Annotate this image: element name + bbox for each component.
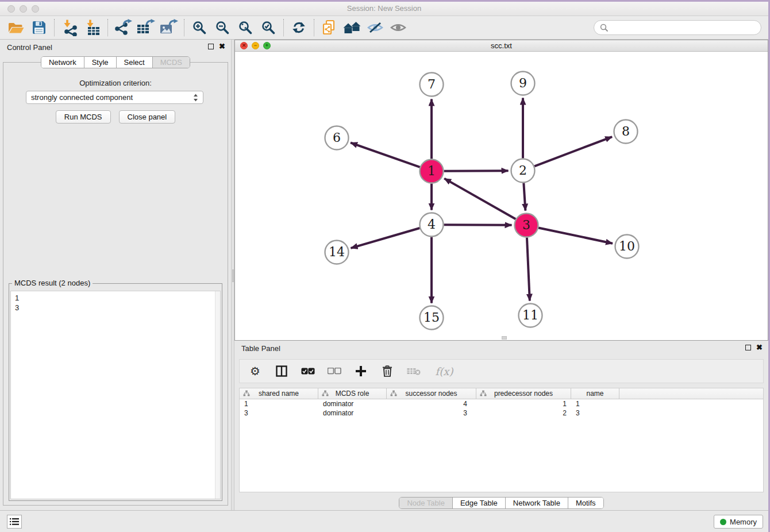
- tab-network[interactable]: Network: [41, 57, 84, 68]
- column-header-predecessor-nodes[interactable]: predecessor nodes: [476, 388, 571, 399]
- table-tab-motifs[interactable]: Motifs: [568, 498, 603, 508]
- function-builder-button[interactable]: f(x): [433, 363, 456, 380]
- import-network-button[interactable]: [58, 18, 81, 37]
- tab-mcds[interactable]: MCDS: [152, 57, 190, 68]
- save-floppy-icon: [32, 20, 47, 35]
- unchecked-boxes-icon: [328, 368, 341, 375]
- create-column-button[interactable]: [353, 363, 368, 380]
- result-scrollbar[interactable]: [215, 291, 220, 499]
- first-neighbors-button[interactable]: [341, 18, 364, 37]
- graph-edge-1-2[interactable]: [444, 171, 508, 171]
- table-row[interactable]: 3dominator323: [240, 408, 763, 418]
- delete-column-button[interactable]: [380, 363, 395, 380]
- table-cell[interactable]: dominator: [318, 408, 387, 418]
- open-session-button[interactable]: [5, 18, 28, 37]
- table-settings-button[interactable]: ⚙: [248, 363, 263, 380]
- table-cell[interactable]: 2: [476, 408, 571, 418]
- zoom-out-icon: [215, 20, 230, 35]
- clone-network-icon: [321, 20, 337, 36]
- network-canvas[interactable]: 7968124314101511: [235, 52, 768, 340]
- optimization-criterion-value: strongly connected component: [31, 93, 193, 102]
- zoom-in-button[interactable]: [188, 18, 211, 37]
- show-all-button[interactable]: [387, 18, 410, 37]
- table-cell[interactable]: 1: [571, 399, 619, 408]
- export-image-icon: [159, 19, 179, 36]
- table-tab-network-table[interactable]: Network Table: [505, 498, 568, 508]
- graph-edge-4-14[interactable]: [351, 228, 419, 248]
- canvas-scroll-nub[interactable]: [502, 336, 507, 340]
- refresh-icon: [291, 21, 306, 34]
- toolbar-separator: [314, 19, 314, 36]
- column-header-shared-name[interactable]: shared name: [240, 388, 318, 399]
- toolbar-separator: [107, 19, 108, 36]
- show-columns-button[interactable]: [274, 363, 289, 380]
- mcds-result-area[interactable]: 1 3: [10, 291, 221, 499]
- hide-selected-button[interactable]: [364, 18, 387, 37]
- table-cell[interactable]: 3: [240, 408, 318, 418]
- trash-icon: [382, 365, 392, 377]
- column-header-successor-nodes[interactable]: successor nodes: [387, 388, 476, 399]
- close-panel-icon[interactable]: ✖: [219, 44, 225, 49]
- table-cell[interactable]: 3: [387, 408, 476, 418]
- table-cell[interactable]: 3: [571, 408, 619, 418]
- close-table-panel-icon[interactable]: ✖: [756, 345, 763, 350]
- splitter-grip[interactable]: [232, 269, 234, 282]
- graph-edge-2-3[interactable]: [523, 183, 525, 210]
- optimization-criterion-label: Optimization criterion:: [3, 79, 228, 87]
- tab-select[interactable]: Select: [116, 57, 152, 68]
- export-image-button[interactable]: [157, 18, 180, 37]
- table-cell[interactable]: 1: [240, 399, 318, 408]
- graph-edge-2-8[interactable]: [534, 137, 612, 166]
- mcds-result-title: MCDS result (2 nodes): [12, 279, 93, 287]
- graph-node-label-9: 9: [519, 76, 527, 90]
- list-icon: [10, 518, 19, 526]
- float-table-panel-icon[interactable]: [745, 345, 751, 350]
- graph-node-label-10: 10: [619, 239, 635, 253]
- table-row[interactable]: 1dominator411: [240, 399, 763, 408]
- column-header-name[interactable]: name: [571, 388, 619, 399]
- graph-edge-3-10[interactable]: [538, 228, 613, 243]
- search-input[interactable]: [612, 24, 755, 32]
- export-table-button[interactable]: [134, 18, 157, 37]
- table-cell[interactable]: dominator: [318, 399, 387, 408]
- column-header-mcds-role[interactable]: MCDS role: [318, 388, 387, 399]
- table-toolbar: ⚙ f(x): [239, 359, 764, 383]
- import-table-button[interactable]: [81, 18, 104, 37]
- network-from-selection-button[interactable]: [318, 18, 341, 37]
- save-session-button[interactable]: [28, 18, 51, 37]
- graph-edge-1-6[interactable]: [351, 142, 420, 167]
- graph-edge-3-11[interactable]: [527, 237, 530, 300]
- table-cell[interactable]: 4: [387, 399, 476, 408]
- hierarchy-icon: [390, 390, 397, 397]
- close-panel-button[interactable]: Close panel: [119, 110, 176, 124]
- graph-edge-3-1[interactable]: [444, 179, 515, 219]
- memory-button[interactable]: Memory: [714, 515, 763, 529]
- table-tab-edge-table[interactable]: Edge Table: [452, 498, 505, 508]
- graph-node-label-15: 15: [424, 310, 440, 325]
- search-box[interactable]: [594, 20, 761, 35]
- select-stepper-icon: [193, 94, 198, 102]
- tab-style[interactable]: Style: [84, 57, 116, 68]
- graph-edge-4-3[interactable]: [444, 225, 511, 225]
- run-mcds-button[interactable]: Run MCDS: [56, 110, 111, 124]
- zoom-selected-button[interactable]: [257, 18, 280, 37]
- table-tabs: Node TableEdge TableNetwork TableMotifs: [399, 497, 603, 509]
- export-network-button[interactable]: [111, 18, 134, 37]
- task-history-button[interactable]: [7, 515, 22, 529]
- optimization-criterion-select[interactable]: strongly connected component: [26, 91, 203, 104]
- table-cell[interactable]: 1: [476, 399, 571, 408]
- open-folder-icon: [7, 21, 25, 34]
- control-panel-tabs: NetworkStyleSelectMCDS: [41, 56, 190, 68]
- delete-table-button[interactable]: [406, 363, 421, 380]
- fx-icon: f(x): [436, 365, 453, 377]
- select-all-columns-button[interactable]: [301, 363, 315, 380]
- table-tab-node-table[interactable]: Node Table: [399, 498, 452, 508]
- graph-node-label-2: 2: [519, 163, 527, 178]
- deselect-all-columns-button[interactable]: [327, 363, 342, 380]
- delete-table-icon: [407, 367, 421, 375]
- zoom-fit-button[interactable]: [234, 18, 257, 37]
- network-window-titlebar[interactable]: ✕ − + scc.txt: [235, 40, 768, 52]
- float-panel-icon[interactable]: [208, 44, 214, 49]
- zoom-out-button[interactable]: [211, 18, 234, 37]
- apply-layout-button[interactable]: [287, 18, 310, 37]
